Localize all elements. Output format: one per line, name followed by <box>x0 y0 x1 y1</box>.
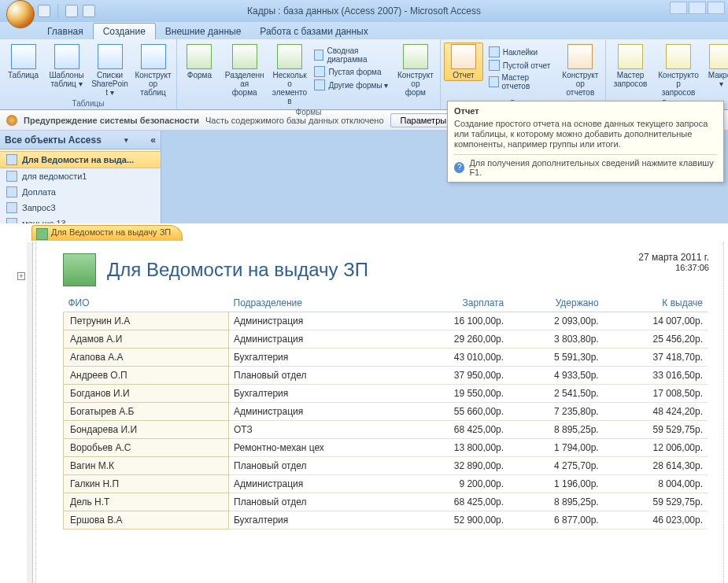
table-row[interactable]: Петрунин И.ААдминистрация16 100,00р.2 09… <box>64 312 708 330</box>
tab-home[interactable]: Главная <box>38 24 93 39</box>
query-icon <box>6 186 17 197</box>
nav-item-vedomost[interactable]: Для Ведомости на выда... <box>0 151 161 168</box>
report-date: 27 марта 2011 г. 16:37:06 <box>638 252 709 272</box>
undo-icon[interactable] <box>65 5 78 17</box>
window-controls <box>670 2 725 14</box>
btn-form-design[interactable]: Конструктор форм <box>394 42 437 98</box>
table-templates-icon <box>54 44 79 69</box>
maximize-button[interactable] <box>689 2 706 14</box>
table-row[interactable]: Богатырев А.БАдминистрация55 660,00р.7 2… <box>64 403 708 421</box>
cell-payout: 28 614,30р. <box>604 457 708 475</box>
nav-item-doplata[interactable]: Доплата <box>0 184 161 200</box>
expand-handle[interactable]: + <box>17 272 25 280</box>
office-button[interactable] <box>6 0 35 28</box>
tooltip-report: Отчет Создание простого отчета на основе… <box>447 101 724 183</box>
group-other: Мастер запросов Конструктор запросов Мак… <box>606 39 728 109</box>
title-bar: Кадры : база данных (Access 2007) - Micr… <box>0 0 728 22</box>
minimize-button[interactable] <box>670 2 687 14</box>
cell-dept: Плановый отдел <box>229 457 405 475</box>
table-row[interactable]: Вагин М.КПлановый отдел32 890,00р.4 275,… <box>64 457 708 475</box>
collapse-pane-icon[interactable]: « <box>150 135 156 146</box>
btn-report[interactable]: Отчет <box>444 42 483 81</box>
btn-table[interactable]: Таблица <box>3 42 43 81</box>
btn-sharepoint-lists[interactable]: Списки SharePoint ▾ <box>90 42 130 98</box>
cell-fio: Богданов И.И <box>64 385 229 403</box>
cell-withheld: 6 877,00р. <box>508 511 604 529</box>
cell-fio: Вагин М.К <box>64 457 229 475</box>
qat-separator <box>57 4 58 18</box>
cell-withheld: 4 933,50р. <box>508 367 604 385</box>
cell-dept: Плановый отдел <box>229 493 405 511</box>
table-row[interactable]: Андреев О.ППлановый отдел37 950,00р.4 93… <box>64 367 708 385</box>
cell-salary: 19 550,00р. <box>405 385 508 403</box>
sharepoint-icon <box>98 44 123 69</box>
btn-query-design[interactable]: Конструктор запросов <box>655 42 702 98</box>
cell-salary: 37 950,00р. <box>405 367 508 385</box>
tab-database-tools[interactable]: Работа с базами данных <box>250 24 377 39</box>
btn-labels[interactable]: Наклейки <box>486 46 556 58</box>
btn-report-design[interactable]: Конструктор отчетов <box>559 42 602 98</box>
cell-payout: 8 004,00р. <box>604 475 708 493</box>
tooltip-title: Отчет <box>454 106 717 116</box>
tab-external-data[interactable]: Внешние данные <box>156 24 251 39</box>
table-row[interactable]: Бондарева И.ИОТЗ68 425,00р.8 895,25р.59 … <box>64 421 708 439</box>
cell-salary: 52 900,00р. <box>405 511 508 529</box>
table-row[interactable]: Дель Н.ТПлановый отдел68 425,00р.8 895,2… <box>64 493 708 511</box>
save-icon[interactable] <box>38 5 50 17</box>
btn-split-form[interactable]: Разделенная форма <box>222 42 268 98</box>
table-header-row: ФИО Подразделение Зарплата Удержано К вы… <box>64 294 708 312</box>
nav-item-zapros3[interactable]: Запрос3 <box>0 200 161 216</box>
cell-withheld: 7 235,80р. <box>508 403 604 421</box>
btn-report-wizard[interactable]: Мастер отчетов <box>486 72 556 91</box>
cell-salary: 29 260,00р. <box>405 330 508 349</box>
tooltip-body: Создание простого отчета на основе данны… <box>454 119 717 149</box>
report-title: Для Ведомости на выдачу ЗП <box>107 259 368 281</box>
cell-withheld: 1 794,00р. <box>508 439 604 457</box>
table-row[interactable]: Галкин Н.ПАдминистрация9 200,00р.1 196,0… <box>64 475 708 493</box>
cell-dept: Администрация <box>229 330 405 349</box>
cell-fio: Галкин Н.П <box>64 475 229 493</box>
cell-payout: 25 456,20р. <box>604 330 708 349</box>
nav-header[interactable]: Все объекты Access ▾ « <box>0 131 161 149</box>
btn-multiple-items[interactable]: Несколько элементов <box>271 42 309 107</box>
btn-more-forms[interactable]: Другие формы ▾ <box>312 79 390 91</box>
redo-icon[interactable] <box>83 5 95 17</box>
btn-blank-form[interactable]: Пустая форма <box>312 65 390 78</box>
cell-fio: Ершова В.А <box>64 511 229 529</box>
cell-withheld: 8 895,25р. <box>508 421 604 439</box>
table-icon <box>11 44 36 69</box>
cell-salary: 43 010,00р. <box>405 349 508 367</box>
cell-dept: ОТЗ <box>229 421 405 439</box>
group-reports: Отчет Наклейки Пустой отчет Мастер отчет… <box>441 39 606 109</box>
btn-table-templates[interactable]: Шаблоны таблиц ▾ <box>46 42 87 90</box>
cell-withheld: 5 591,30р. <box>508 349 604 367</box>
close-button[interactable] <box>708 2 725 14</box>
col-fio: ФИО <box>64 294 229 312</box>
col-salary: Зарплата <box>405 294 508 312</box>
nav-item-vedomost1[interactable]: для ведомости1 <box>0 168 161 184</box>
btn-table-design[interactable]: Конструктор таблиц <box>133 42 173 98</box>
cell-salary: 13 800,00р. <box>405 439 508 457</box>
tab-create[interactable]: Создание <box>93 23 156 39</box>
report-tab[interactable]: Для Ведомости на выдачу ЗП <box>31 225 183 241</box>
multi-items-icon <box>277 44 302 69</box>
cell-dept: Бухгалтерия <box>229 349 405 367</box>
labels-icon <box>489 46 500 57</box>
btn-pivot-chart[interactable]: Сводная диаграмма <box>312 46 390 65</box>
form-design-icon <box>403 44 428 69</box>
table-row[interactable]: Ершова В.АБухгалтерия52 900,00р.6 877,00… <box>64 511 708 529</box>
btn-query-wizard[interactable]: Мастер запросов <box>609 42 652 90</box>
btn-form[interactable]: Форма <box>180 42 219 81</box>
cell-payout: 12 006,00р. <box>604 439 708 457</box>
btn-macro[interactable]: Макрос ▾ <box>705 42 728 90</box>
table-row[interactable]: Богданов И.ИБухгалтерия19 550,00р.2 541,… <box>64 385 708 403</box>
ribbon-tabs: Главная Создание Внешние данные Работа с… <box>0 22 728 39</box>
cell-withheld: 1 196,00р. <box>508 475 604 493</box>
group-tables: Таблица Шаблоны таблиц ▾ Списки SharePoi… <box>0 39 177 109</box>
table-row[interactable]: Воробьев А.СРемонтно-механ цех13 800,00р… <box>64 439 708 457</box>
table-row[interactable]: Адамов А.ИАдминистрация29 260,00р.3 803,… <box>64 330 708 349</box>
cell-payout: 17 008,50р. <box>604 385 708 403</box>
table-row[interactable]: Агапова А.АБухгалтерия43 010,00р.5 591,3… <box>64 349 708 367</box>
btn-blank-report[interactable]: Пустой отчет <box>486 59 556 72</box>
report-logo-icon <box>63 253 96 286</box>
